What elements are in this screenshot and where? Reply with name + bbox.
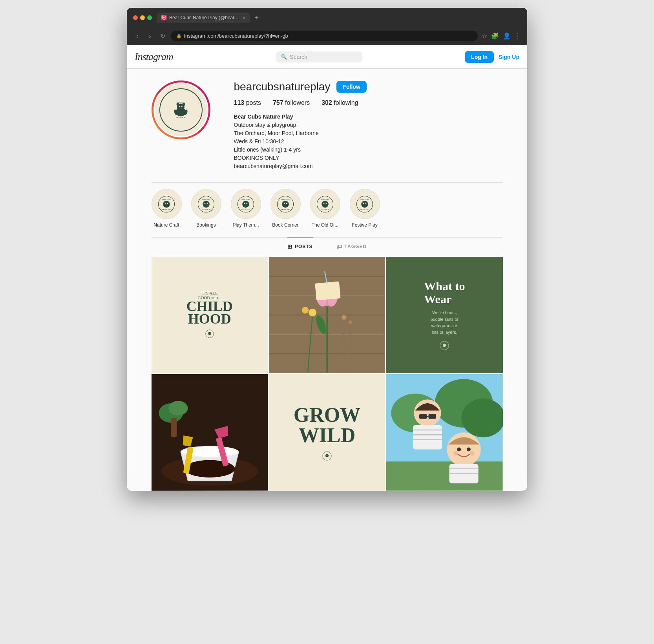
highlight-label-3: Play Them... [232,222,259,228]
svg-point-19 [165,203,166,204]
svg-point-7 [177,104,179,105]
tab-close-button[interactable]: ✕ [242,16,245,20]
svg-point-2 [165,16,165,17]
bio-name: Bear Cubs Nature Play [234,113,503,121]
follow-button[interactable]: Follow [336,81,366,93]
svg-point-91 [327,455,328,456]
highlight-label-2: Bookings [196,222,216,228]
post2-svg [269,257,385,373]
svg-text:BEAR CUBS: BEAR CUBS [202,199,210,200]
address-bar[interactable]: 🔒 instagram.com/bearcubsnatureplay/?hl=e… [171,31,478,41]
tab-tagged-label: TAGGED [345,244,367,249]
menu-icon[interactable]: ⋮ [515,32,521,40]
grid-post-4[interactable] [152,374,268,490]
svg-point-31 [244,203,245,204]
svg-point-90 [326,455,327,456]
posts-grid: IT'S ALL GOOD IN THE CHILD HOOD [152,257,503,491]
grid-post-1[interactable]: IT'S ALL GOOD IN THE CHILD HOOD [152,257,268,373]
maximize-button[interactable] [147,15,152,20]
active-tab[interactable]: Bear Cubs Nature Play (@bear... ✕ [157,13,250,23]
highlight-play-themes[interactable]: BEAR CUBSNATURE PLAY Play Them... [231,189,261,228]
bio-line1: Outdoor stay & playgroup [234,121,503,129]
refresh-button[interactable]: ↻ [158,32,167,40]
grid-post-2[interactable] [269,257,385,373]
svg-point-18 [163,201,170,208]
address-text: instagram.com/bearcubsnatureplay/?hl=en-… [184,33,288,39]
svg-rect-98 [419,414,427,419]
svg-point-77 [443,344,446,347]
highlight-label-6: Festive Play [352,222,377,228]
svg-point-71 [342,315,346,320]
highlight-old-orchard[interactable]: BEAR CUBSNATURE PLAY The Old Or... [310,189,340,228]
post3-content: What toWear Wellie boots,puddle suits or… [424,280,465,350]
highlight-festive-play[interactable]: BEAR CUBSNATURE PLAY Festive Play [350,189,380,228]
highlight-circle-3: BEAR CUBSNATURE PLAY [231,189,261,219]
username: bearcubsnatureplay [234,80,331,93]
avatar-container: NATURE PLAY BEAR CUBS [152,80,210,139]
svg-point-26 [206,203,208,204]
highlight-nature-craft[interactable]: BEAR CUBSNATURE PLAY Nature Craft [152,189,182,228]
profile-logo: NATURE PLAY BEAR CUBS [159,88,203,132]
svg-rect-87 [171,418,177,437]
svg-point-8 [183,104,185,105]
grid-post-3[interactable]: What toWear Wellie boots,puddle suits or… [386,257,502,373]
svg-text:NATURE PLAY: NATURE PLAY [202,209,211,210]
highlight-inner-4: BEAR CUBSNATURE PLAY [272,191,299,218]
svg-point-20 [167,203,168,204]
svg-point-109 [470,451,475,456]
star-icon[interactable]: ☆ [482,32,487,40]
posts-grid-icon: ⊞ [287,243,292,250]
tagged-icon: 🏷 [336,243,342,250]
stats-row: 113 posts 757 followers 302 following [234,99,503,106]
highlight-book-corner[interactable]: BEAR CUBSNATURE PLAY Book Corner [270,189,301,228]
back-button[interactable]: ‹ [133,33,142,40]
highlight-inner-1: BEAR CUBSNATURE PLAY [153,191,180,218]
highlight-circle-1: BEAR CUBSNATURE PLAY [152,189,182,219]
grid-post-5[interactable]: GROW WILD [269,374,385,490]
post3-title: What toWear [424,280,465,306]
svg-text:NATURE PLAY: NATURE PLAY [162,209,171,210]
svg-text:BEAR CUBS: BEAR CUBS [360,199,369,200]
following-stat: 302 following [322,99,358,106]
highlight-circle-6: BEAR CUBSNATURE PLAY [350,189,380,219]
bio-line5: BOOKINGS ONLY [234,154,503,162]
svg-point-68 [309,309,316,317]
forward-button[interactable]: › [146,33,154,40]
avatar-ring: NATURE PLAY BEAR CUBS [152,80,210,139]
address-bar-row: ‹ › ↻ 🔒 instagram.com/bearcubsnatureplay… [127,27,527,45]
grid-post-6[interactable] [386,374,502,490]
traffic-lights [133,15,152,20]
post4-svg [152,374,268,490]
tab-posts[interactable]: ⊞ POSTS [287,238,313,255]
highlight-circle-5: BEAR CUBSNATURE PLAY [310,189,340,219]
header-actions: Log In Sign Up [465,51,519,63]
search-input[interactable] [290,54,359,60]
svg-point-73 [348,320,352,324]
svg-point-25 [205,203,206,204]
tab-title: Bear Cubs Nature Play (@bear... [169,15,238,20]
extensions-icon[interactable]: 🧩 [491,32,499,40]
signup-button[interactable]: Sign Up [499,54,519,60]
highlight-bookings[interactable]: BEAR CUBSNATURE PLAY Bookings [191,189,221,228]
tab-tagged[interactable]: 🏷 TAGGED [336,238,367,255]
svg-text:BEAR CUBS: BEAR CUBS [281,199,290,200]
close-button[interactable] [133,15,138,20]
highlights-row: BEAR CUBSNATURE PLAY Nature Craft BEAR C… [152,182,503,237]
bio: Bear Cubs Nature Play Outdoor stay & pla… [234,113,503,170]
svg-point-9 [179,106,180,107]
login-button[interactable]: Log In [465,51,494,63]
svg-rect-99 [429,414,437,419]
profile-section: NATURE PLAY BEAR CUBS bearcubsnatureplay… [144,69,511,491]
profile-icon[interactable]: 👤 [503,32,511,40]
browser-window: Bear Cubs Nature Play (@bear... ✕ + ‹ › … [127,8,527,491]
post5-text: GROW WILD [294,405,360,461]
svg-text:BEAR CUBS: BEAR CUBS [241,199,250,200]
search-bar[interactable]: 🔍 [276,51,362,62]
lock-icon: 🔒 [176,33,182,38]
svg-point-32 [246,203,247,204]
new-tab-button[interactable]: + [253,14,261,22]
minimize-button[interactable] [140,15,145,20]
highlight-inner-5: BEAR CUBSNATURE PLAY [312,191,338,218]
svg-point-53 [208,332,211,335]
svg-point-44 [325,203,327,204]
